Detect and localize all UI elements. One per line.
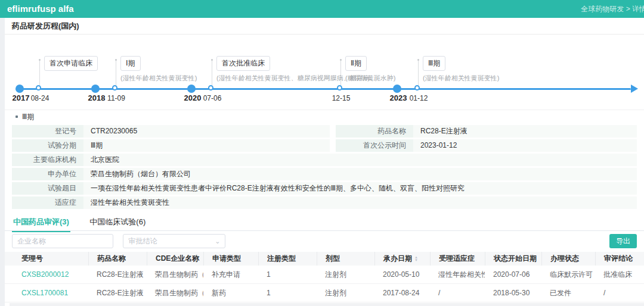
cell: 新药 (203, 284, 258, 302)
timeline-year: 2017 (13, 93, 30, 102)
cell: 补充申请 (203, 266, 258, 283)
sort-icon[interactable]: ▲▼ (414, 256, 418, 262)
approval-conclusion-placeholder: 审批结论 (128, 236, 157, 246)
milestone-label: Ⅱ期 (345, 56, 367, 71)
filter-bar: 审批结论 ⌄ 导出 (5, 231, 644, 252)
timeline-event-dot[interactable] (112, 85, 117, 90)
column-header: 注册类型 (258, 252, 317, 266)
timeline-date: 11-09 (107, 94, 125, 102)
milestone-indication: (湿性年龄相关性黄斑变性) (423, 74, 499, 83)
timeline-stem (212, 61, 212, 88)
tab-china-drug-review[interactable]: 中国药品审评(3) (12, 213, 70, 232)
cell: 2018-05-30 (485, 284, 541, 302)
cell: / (430, 284, 485, 302)
detail-value: CTR20230065 (83, 125, 330, 138)
timeline-event-dot[interactable] (337, 85, 342, 90)
milestone-label: 首次批准临床 (216, 56, 270, 71)
cell: 注射剂 (317, 284, 374, 302)
tab-china-clinical-trials[interactable]: 中国临床试验(6) (88, 213, 147, 231)
timeline-date: 12-15 (332, 94, 351, 102)
page-title: 药品研发历程(国内) (5, 18, 644, 35)
column-header: 受理号 (12, 252, 88, 266)
timeline-year: 2020 (184, 93, 202, 102)
cell: 已发件 (541, 284, 595, 302)
timeline-year-dot (16, 85, 24, 93)
approval-conclusion-select[interactable]: 审批结论 ⌄ (123, 234, 225, 248)
cell: 2020-07-06 (485, 266, 541, 283)
bottom-divider (10, 303, 644, 306)
timeline-year: 2023 (390, 93, 407, 102)
timeline-year-dot (393, 85, 401, 93)
cell: 荣昌生物制药（烟... (147, 266, 203, 283)
column-header: CDE企业名称 (147, 252, 203, 266)
detail-label: 申办单位 (12, 168, 83, 180)
table-row[interactable]: CXSB2000012 RC28-E注射液 荣昌生物制药（烟... 补充申请 1… (5, 266, 644, 284)
column-header: 药品名称 (88, 252, 147, 266)
milestone-indication: (糖尿病黄斑水肿) (345, 74, 395, 83)
column-header: 审评结论 (595, 252, 644, 266)
breadcrumb[interactable]: 全球药物研发 > 详情 (581, 0, 644, 18)
milestone-label: 首次申请临床 (44, 56, 98, 71)
timeline-event-dot[interactable] (36, 85, 41, 90)
detail-label: 试验分期 (12, 139, 83, 152)
timeline-year: 2018 (88, 93, 106, 102)
column-header: 办理状态 (541, 252, 595, 266)
milestone-label: Ⅲ期 (423, 56, 445, 71)
bullet-icon (16, 115, 18, 118)
trial-detail-table: 登记号 CTR20230065 药品名称 RC28-E注射液 试验分期 Ⅲ期 首… (5, 124, 644, 213)
cell: / (595, 284, 644, 302)
timeline-date: 01-12 (410, 94, 428, 102)
cell: 注射剂 (317, 266, 374, 283)
cell: 2017-08-24 (374, 284, 430, 302)
timeline-event-dot[interactable] (208, 85, 213, 90)
main-panel: 药品研发历程(国内) 首次申请临床 Ⅰ期 首次批准临床 Ⅱ期 Ⅲ期 (湿性年龄相… (5, 18, 644, 306)
review-table-header: 受理号 药品名称 CDE企业名称 申请类型 注册类型 剂型 承办日期▲▼ 受理适… (5, 252, 644, 266)
milestone-label: Ⅰ期 (120, 56, 141, 71)
cell: 批准临床 (595, 266, 644, 283)
column-header: 申请类型 (203, 252, 258, 266)
chevron-down-icon: ⌄ (215, 238, 220, 245)
detail-label: 登记号 (12, 125, 83, 138)
tab-bar: 中国药品审评(3) 中国临床试验(6) (5, 213, 644, 231)
column-header: 状态开始日期 (485, 252, 541, 266)
selected-phase: Ⅲ期 (5, 110, 644, 124)
detail-label: 适应症 (12, 196, 83, 209)
cell: 1 (258, 284, 317, 302)
development-timeline: 首次申请临床 Ⅰ期 首次批准临床 Ⅱ期 Ⅲ期 (湿性年龄相关性黄斑变性) (湿性… (5, 35, 644, 110)
table-row[interactable]: CXSL1700081 RC28-E注射液 荣昌生物制药（烟... 新药 1 注… (5, 284, 644, 302)
detail-value: 2023-01-12 (413, 139, 637, 152)
detail-value: 荣昌生物制药（烟台）有限公司 (83, 168, 637, 180)
review-table: 受理号 药品名称 CDE企业名称 申请类型 注册类型 剂型 承办日期▲▼ 受理适… (5, 252, 644, 306)
export-button[interactable]: 导出 (609, 234, 637, 248)
detail-value: 湿性年龄相关性黄斑变性 (83, 196, 637, 209)
column-header: 剂型 (317, 252, 374, 266)
cell: 荣昌生物制药（烟... (147, 284, 203, 302)
detail-label: 试验题目 (12, 182, 83, 195)
column-header: 受理适应症 (430, 252, 485, 266)
timeline-stem (39, 61, 40, 88)
timeline-date: 07-06 (203, 94, 222, 102)
timeline-axis (16, 88, 631, 90)
detail-value: 一项在湿性年龄相关性黄斑变性患者中评价RC28-E注射液有效性和安全性的Ⅲ期、多… (83, 182, 637, 195)
detail-label: 主要临床机构 (12, 154, 83, 166)
timeline-event-dot[interactable] (414, 85, 420, 90)
cell: 湿性年龄相关性黄... (430, 266, 485, 283)
cell: RC28-E注射液 (88, 284, 147, 302)
company-name-input[interactable] (12, 234, 113, 248)
acceptance-number-link[interactable]: CXSL1700081 (12, 284, 88, 302)
detail-value: 北京医院 (83, 154, 637, 166)
app-header: eflimrufusp alfa 全球药物研发 > 详情 (0, 0, 644, 18)
timeline-date: 08-24 (31, 94, 49, 102)
detail-label: 首次公示时间 (336, 139, 413, 152)
detail-value: Ⅲ期 (83, 139, 330, 152)
detail-value: RC28-E注射液 (413, 125, 637, 138)
timeline-arrow-icon (631, 85, 638, 93)
milestone-indication: (湿性年龄相关性黄斑变性) (120, 74, 197, 83)
cell: 1 (258, 266, 317, 283)
column-header-sortable[interactable]: 承办日期▲▼ (374, 252, 430, 266)
timeline-stem (116, 61, 116, 88)
acceptance-number-link[interactable]: CXSB2000012 (12, 266, 88, 283)
cell: RC28-E注射液 (88, 266, 147, 283)
selected-phase-label: Ⅲ期 (22, 113, 34, 121)
timeline-year-dot (187, 85, 196, 93)
